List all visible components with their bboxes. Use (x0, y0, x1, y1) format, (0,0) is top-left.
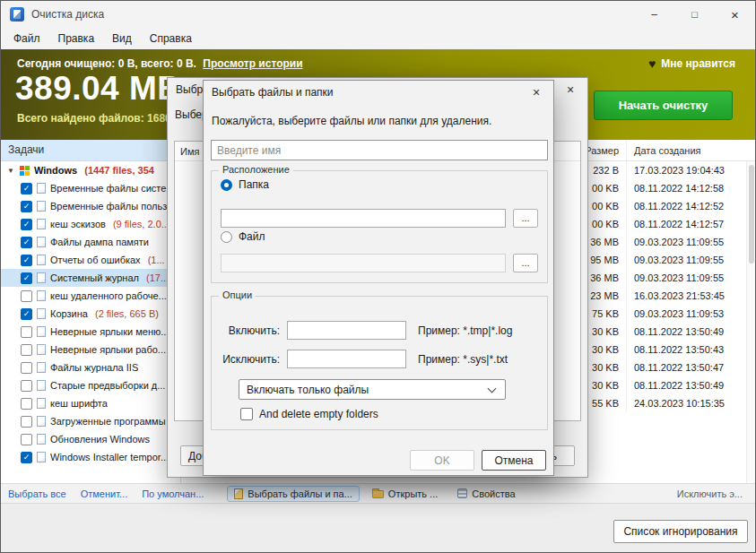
file-type-icon (37, 362, 46, 373)
checkbox-unchecked[interactable] (21, 362, 32, 374)
tree-item[interactable]: ✓Windows Installer tempor... (1, 448, 180, 466)
ok-button[interactable]: OK (410, 450, 474, 471)
checkbox-checked[interactable]: ✓ (21, 219, 32, 230)
tree-item[interactable]: ✓Системный журнал (17... (1, 269, 180, 287)
tree-item-count: (17... (143, 272, 169, 283)
tree-item[interactable]: ✓Отчеты об ошибках (1... (1, 251, 180, 269)
folder-browse-button[interactable]: ... (513, 209, 538, 228)
tree-item[interactable]: ✓кеш эскизов (9 files, 2.0... (1, 215, 180, 233)
file-browse-button[interactable]: ... (513, 254, 538, 272)
tree-item[interactable]: кеш удаленного рабоче... (1, 287, 180, 305)
empty-folders-checkbox[interactable]: And delete empty folders (240, 408, 378, 420)
menu-edit[interactable]: Правка (49, 30, 104, 48)
tree-item[interactable]: Файлы журнала IIS (1, 359, 180, 376)
exclude-link[interactable]: Исключить э... (677, 488, 743, 499)
cleaned-stats: Сегодня очищено: 0 В, всего: 0 В. Просмо… (17, 57, 303, 70)
tree-item-label: Отчеты об ошибках (50, 255, 141, 265)
tree-item-label: Неверные ярлыки меню... (50, 326, 169, 337)
like-button[interactable]: ♥ Мне нравится (648, 56, 735, 71)
include-label: Включить: (219, 324, 280, 337)
file-radio[interactable]: Файл (221, 230, 265, 243)
checkbox-checked[interactable]: ✓ (21, 452, 32, 463)
tree-item-label: кеш шрифта (50, 398, 108, 409)
file-type-icon (37, 344, 46, 355)
open-button[interactable]: Открыть ... (365, 486, 445, 502)
tree-item[interactable]: ✓Файлы дампа памяти (1, 233, 180, 251)
checkbox-checked[interactable]: ✓ (21, 272, 32, 284)
close-icon[interactable]: × (553, 78, 587, 101)
tree-item[interactable]: Неверные ярлыки меню... (1, 323, 180, 341)
date-column-header[interactable]: Дата создания (626, 140, 746, 160)
history-link[interactable]: Просмотр истории (203, 57, 302, 70)
defaults-link[interactable]: По умолчан... (142, 488, 204, 499)
tree-item[interactable]: Старые предвыборки д... (1, 376, 180, 394)
folder-radio[interactable]: Папка (221, 178, 269, 191)
file-date-cell: 08.11.2022 13:50:49 (626, 323, 746, 341)
tree-item[interactable]: Обновления Windows (1, 430, 180, 448)
minimize-button[interactable]: – (634, 1, 674, 28)
tree-item-count: (9 files, 2.0... (110, 219, 169, 229)
name-input[interactable] (211, 140, 548, 160)
tree-item-label: Файлы журнала IIS (50, 362, 138, 373)
checkbox-checked[interactable]: ✓ (21, 201, 32, 212)
scrollbar-thumb[interactable] (749, 165, 754, 264)
tree-item-label: Файлы дампа памяти (50, 237, 149, 247)
tree-item-label: Обновления Windows (50, 434, 150, 445)
file-date-cell: 08.11.2022 14:12:57 (626, 215, 746, 233)
tasks-panel-header: Задачи (1, 140, 180, 161)
tree-item-label: Временные файлы польз... (50, 201, 175, 212)
checkbox-unchecked[interactable] (21, 326, 32, 338)
file-type-icon (37, 272, 46, 283)
checkbox-unchecked (240, 408, 253, 420)
file-path-input[interactable] (221, 254, 506, 272)
include-input[interactable] (287, 321, 406, 340)
checkbox-unchecked[interactable] (21, 398, 32, 410)
scrollbar[interactable] (746, 161, 755, 483)
app-icon (10, 7, 24, 22)
checkbox-checked[interactable]: ✓ (21, 255, 32, 266)
dialog-title: Выбрать файлы и папки (204, 86, 334, 99)
properties-button[interactable]: Свойства (450, 486, 522, 502)
checkbox-unchecked[interactable] (21, 344, 32, 356)
tree-item[interactable]: Загруженные программы (1, 412, 180, 430)
menu-view[interactable]: Вид (103, 30, 141, 48)
window-title: Очистка диска (31, 8, 104, 21)
checkbox-unchecked[interactable] (21, 434, 32, 445)
tree-item[interactable]: ✓Временные файлы систе... (1, 179, 180, 197)
chevron-down-icon[interactable]: ▼ (6, 167, 15, 175)
checkbox-checked[interactable]: ✓ (21, 237, 32, 248)
checkbox-checked[interactable]: ✓ (21, 308, 32, 320)
folder-path-input[interactable] (221, 209, 506, 228)
checkbox-unchecked[interactable] (21, 380, 32, 392)
maximize-button[interactable]: □ (674, 1, 715, 28)
close-button[interactable]: × (715, 1, 755, 28)
exclude-input[interactable] (287, 350, 406, 368)
start-cleaning-button[interactable]: Начать очистку (594, 91, 733, 120)
cancel-button[interactable]: Отмена (482, 450, 546, 471)
checkbox-checked[interactable]: ✓ (21, 183, 32, 194)
cleaned-stats-text: Сегодня очищено: 0 В, всего: 0 В. (17, 57, 196, 70)
pick-files-button[interactable]: Выбрать файлы и па... (227, 486, 360, 502)
total-size: 389.04 MB (15, 70, 182, 108)
tree-item[interactable]: Неверные ярлыки рабо... (1, 341, 180, 359)
checkbox-unchecked[interactable] (21, 416, 32, 428)
select-files-dialog: Выбрать файлы и папки × Пожалуйста, выбе… (203, 80, 554, 476)
tree-item-count: (2 files, 665 В) (92, 308, 159, 319)
ignore-list-button[interactable]: Список игнорирования (613, 520, 748, 543)
select-all-link[interactable]: Выбрать все (8, 488, 66, 499)
folder-radio-label: Папка (239, 178, 269, 191)
file-filter-select[interactable]: Включать только файлы (239, 379, 506, 400)
file-type-icon (37, 452, 46, 462)
deselect-link[interactable]: Отменит... (81, 488, 127, 499)
tree-item-label: Windows Installer tempor... (50, 452, 169, 462)
tree-item-windows[interactable]: ▼ Windows (1447 files, 354 (1, 161, 180, 179)
tree-item[interactable]: кеш шрифта (1, 394, 180, 412)
checkbox-unchecked[interactable] (21, 290, 32, 302)
tree-item[interactable]: ✓Корзина (2 files, 665 В) (1, 305, 180, 323)
tree-item[interactable]: ✓Временные файлы польз... (1, 197, 180, 215)
menu-help[interactable]: Справка (141, 30, 201, 48)
like-label: Мне нравится (661, 57, 735, 70)
close-icon[interactable]: × (519, 81, 553, 104)
menu-file[interactable]: Файл (4, 30, 49, 48)
dialog-message: Пожалуйста, выберите файлы или папки для… (212, 115, 491, 127)
